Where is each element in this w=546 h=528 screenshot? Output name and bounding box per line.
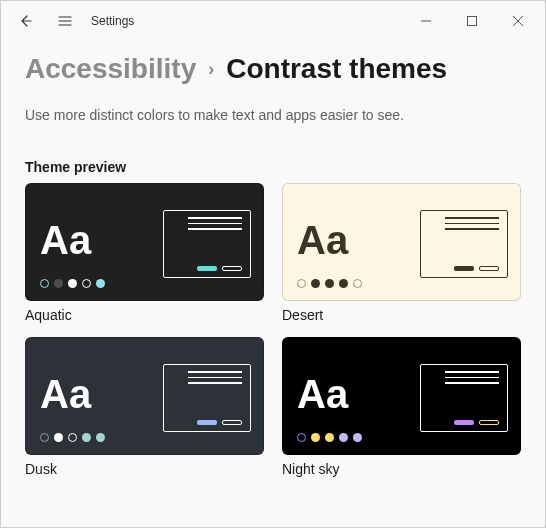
theme-label: Dusk <box>25 461 264 477</box>
titlebar: Settings <box>1 1 545 41</box>
theme-night-sky[interactable]: Aa Night sky <box>282 337 521 477</box>
sample-text: Aa <box>40 374 91 414</box>
sample-text: Aa <box>297 220 348 260</box>
sample-text: Aa <box>40 220 91 260</box>
theme-label: Aquatic <box>25 307 264 323</box>
theme-aquatic[interactable]: Aa Aquatic <box>25 183 264 323</box>
color-swatches <box>297 433 362 442</box>
window-controls <box>403 1 541 41</box>
panel-preview <box>163 210 251 278</box>
maximize-button[interactable] <box>449 1 495 41</box>
back-button[interactable] <box>5 1 45 41</box>
minimize-button[interactable] <box>403 1 449 41</box>
breadcrumb-parent[interactable]: Accessibility <box>25 53 196 85</box>
panel-preview <box>163 364 251 432</box>
color-swatches <box>297 279 362 288</box>
section-heading: Theme preview <box>25 159 521 175</box>
breadcrumb: Accessibility › Contrast themes <box>25 53 521 85</box>
theme-dusk[interactable]: Aa Dusk <box>25 337 264 477</box>
hamburger-icon <box>57 13 73 29</box>
panel-preview <box>420 364 508 432</box>
sample-text: Aa <box>297 374 348 414</box>
theme-desert[interactable]: Aa Desert <box>282 183 521 323</box>
color-swatches <box>40 279 105 288</box>
svg-rect-0 <box>468 17 477 26</box>
maximize-icon <box>467 16 477 26</box>
app-title: Settings <box>91 14 134 28</box>
close-icon <box>513 16 523 26</box>
minimize-icon <box>421 16 431 26</box>
chevron-right-icon: › <box>208 59 214 80</box>
theme-label: Night sky <box>282 461 521 477</box>
page-description: Use more distinct colors to make text an… <box>25 107 521 123</box>
close-button[interactable] <box>495 1 541 41</box>
content-area: Accessibility › Contrast themes Use more… <box>1 53 545 497</box>
panel-preview <box>420 210 508 278</box>
page-title: Contrast themes <box>226 53 447 85</box>
theme-label: Desert <box>282 307 521 323</box>
color-swatches <box>40 433 105 442</box>
back-arrow-icon <box>17 13 33 29</box>
theme-grid: Aa Aquatic Aa <box>25 183 521 477</box>
menu-button[interactable] <box>45 1 85 41</box>
